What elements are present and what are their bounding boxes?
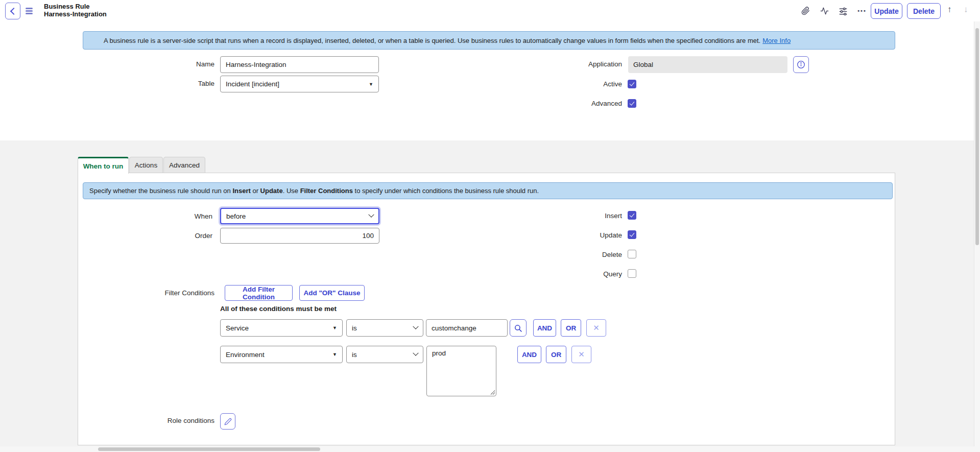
insert-checkbox[interactable] <box>628 211 636 220</box>
condition-value-textarea[interactable]: prod <box>426 346 496 396</box>
condition-field-select[interactable]: Service ▼ <box>220 319 343 337</box>
advanced-checkbox[interactable] <box>628 99 636 108</box>
back-button[interactable] <box>5 3 20 19</box>
delete-label: Delete <box>525 251 622 258</box>
page-title: Business Rule Harness-Integration <box>44 3 107 18</box>
order-label: Order <box>115 232 212 240</box>
order-input[interactable]: 100 <box>220 228 379 244</box>
name-input[interactable]: Harness-Integration <box>220 56 379 73</box>
role-conditions-label: Role conditions <box>117 417 214 424</box>
vertical-scrollbar[interactable] <box>974 21 980 452</box>
conditions-must-be-met-text: All of these conditions must be met <box>220 305 337 313</box>
or-button[interactable]: OR <box>546 346 566 363</box>
name-label: Name <box>117 60 214 68</box>
table-label: Table <box>117 80 214 87</box>
application-field: Global <box>628 56 787 73</box>
dropdown-triangle-icon: ▼ <box>332 352 337 357</box>
resize-grip-icon[interactable] <box>490 390 495 395</box>
edit-role-conditions-button[interactable] <box>220 413 235 430</box>
info-icon <box>797 60 805 69</box>
delete-condition-button[interactable]: ✕ <box>586 319 606 337</box>
horizontal-scrollbar[interactable] <box>0 446 974 452</box>
horizontal-scrollbar-thumb[interactable] <box>98 447 320 451</box>
activity-icon[interactable] <box>819 6 830 16</box>
tab-advanced[interactable]: Advanced <box>163 157 205 173</box>
close-icon: ✕ <box>578 350 585 359</box>
active-checkbox[interactable] <box>628 80 636 88</box>
or-button[interactable]: OR <box>561 319 581 337</box>
chevron-down-icon <box>413 324 418 329</box>
chevron-left-icon <box>10 7 17 14</box>
annotation-text: A business rule is a server-side script … <box>104 37 760 44</box>
personalize-sliders-icon[interactable] <box>838 6 849 16</box>
reference-lookup-button[interactable] <box>510 319 527 337</box>
dropdown-triangle-icon: ▼ <box>369 82 373 87</box>
and-button[interactable]: AND <box>533 319 556 337</box>
application-label: Application <box>525 60 622 68</box>
delete-checkbox[interactable] <box>628 250 636 258</box>
query-checkbox[interactable] <box>628 269 636 278</box>
annotation-text: Specify whether the business rule should… <box>89 187 539 195</box>
next-record-arrow-icon[interactable]: ↓ <box>964 5 968 15</box>
search-icon <box>514 324 522 332</box>
previous-record-arrow-icon[interactable]: ↑ <box>947 5 952 15</box>
when-label: When <box>115 212 212 220</box>
delete-condition-button[interactable]: ✕ <box>571 346 591 363</box>
table-select[interactable]: Incident [incident] ▼ <box>220 76 379 92</box>
insert-label: Insert <box>525 212 622 220</box>
form-annotation-banner: A business rule is a server-side script … <box>83 31 895 50</box>
advanced-label: Advanced <box>525 100 622 107</box>
more-options-icon[interactable]: ••• <box>856 6 868 16</box>
business-rule-form-page: Business Rule Harness-Integration ••• Up… <box>0 0 980 452</box>
condition-operator-select[interactable]: is <box>346 319 423 337</box>
condition-field-select[interactable]: Environment ▼ <box>220 346 343 363</box>
delete-button[interactable]: Delete <box>907 3 941 19</box>
vertical-scrollbar-thumb[interactable] <box>975 28 979 245</box>
update-button[interactable]: Update <box>871 3 902 19</box>
tab-actions[interactable]: Actions <box>129 157 163 173</box>
more-info-link[interactable]: More Info <box>762 37 791 44</box>
add-filter-condition-button[interactable]: Add Filter Condition <box>225 285 293 301</box>
application-info-button[interactable] <box>793 56 809 73</box>
dropdown-triangle-icon: ▼ <box>332 325 337 330</box>
and-button[interactable]: AND <box>517 346 541 363</box>
update-checkbox[interactable] <box>628 230 636 239</box>
when-select[interactable]: before <box>220 208 379 224</box>
record-type-title: Business Rule <box>44 3 107 10</box>
query-label: Query <box>525 270 622 278</box>
active-label: Active <box>525 80 622 88</box>
condition-operator-select[interactable]: is <box>346 346 423 363</box>
chevron-down-icon <box>413 350 418 356</box>
attachment-paperclip-icon[interactable] <box>800 6 811 16</box>
add-or-clause-button[interactable]: Add "OR" Clause <box>299 285 365 301</box>
when-to-run-annotation-banner: Specify whether the business rule should… <box>83 182 893 199</box>
form-header: Business Rule Harness-Integration ••• Up… <box>0 0 980 21</box>
update-label: Update <box>525 231 622 239</box>
pencil-icon <box>224 418 232 425</box>
filter-conditions-label: Filter Conditions <box>117 289 214 297</box>
context-menu-icon[interactable] <box>26 8 33 14</box>
close-icon: ✕ <box>593 323 600 332</box>
condition-value-input[interactable]: customchange <box>426 319 508 337</box>
record-name-title: Harness-Integration <box>44 10 107 18</box>
tab-when-to-run[interactable]: When to run <box>78 157 129 174</box>
chevron-down-icon <box>368 212 374 218</box>
